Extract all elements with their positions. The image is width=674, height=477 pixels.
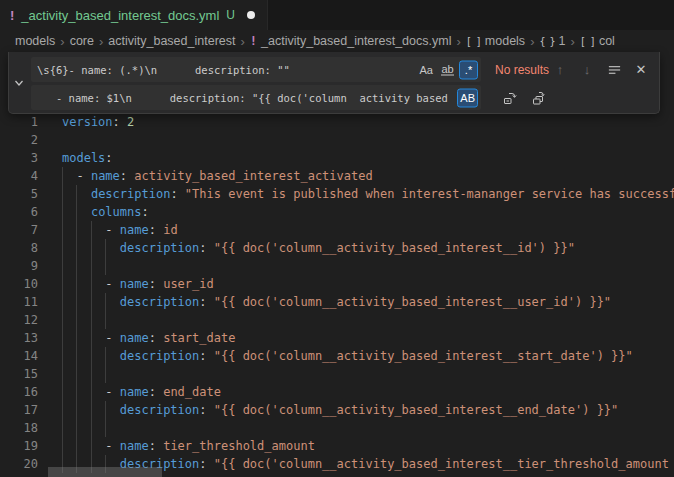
breadcrumb-item[interactable]: [ ]models	[466, 34, 525, 48]
code-text: description: "{{ doc('column__activity_b…	[62, 401, 618, 419]
code-line[interactable]: 18	[0, 419, 674, 437]
use-regex-button[interactable]: .*	[459, 60, 478, 79]
code-text: - name: user_id	[62, 275, 214, 293]
indent-guide	[105, 347, 106, 365]
indent-guide	[91, 383, 92, 401]
indent-guide	[76, 383, 77, 401]
indent-guide	[91, 419, 92, 437]
code-line[interactable]: 11 description: "{{ doc('column__activit…	[0, 293, 674, 311]
chevron-down-icon	[12, 76, 26, 90]
replace-options: AB	[457, 88, 478, 107]
tab-activity-based-interest-docs[interactable]: ! _activity_based_interest_docs.yml U	[0, 0, 268, 30]
code-text: - name: id	[62, 221, 178, 239]
breadcrumb-item[interactable]: { }1	[539, 34, 565, 48]
previous-match-button[interactable]: ↑	[551, 60, 569, 80]
find-in-selection-icon	[607, 62, 622, 77]
indent-guide	[76, 239, 77, 257]
match-case-button[interactable]: Aa	[417, 60, 436, 79]
code-text: description: "{{ doc('column__activity_b…	[62, 239, 575, 257]
code-text: - name: tier_threshold_amount	[62, 437, 315, 455]
code-text: description: "{{ doc('column__activity_b…	[62, 347, 633, 365]
code-text: - name: end_date	[62, 383, 221, 401]
indent-guide	[91, 275, 92, 293]
line-number: 7	[0, 221, 38, 239]
breadcrumb-item[interactable]: [ ]col	[580, 34, 615, 48]
replace-action-buttons	[501, 85, 548, 110]
indent-guide	[91, 437, 92, 455]
find-replace-widget: Aa ab .* No results ↑ ↓ ✕	[8, 52, 660, 114]
code-line[interactable]: 5 description: "This event is published …	[0, 185, 674, 203]
code-line[interactable]: 15	[0, 365, 674, 383]
indent-guide	[91, 257, 92, 275]
indent-guide	[91, 293, 92, 311]
find-nav-buttons: ↑ ↓ ✕	[551, 57, 650, 82]
code-line[interactable]: 2	[0, 131, 674, 149]
line-number: 15	[0, 365, 38, 383]
line-number: 13	[0, 329, 38, 347]
horizontal-scrollbar-thumb[interactable]	[48, 467, 162, 477]
breadcrumb-label: core	[70, 34, 94, 48]
breadcrumb-item[interactable]: models	[15, 34, 55, 48]
code-line[interactable]: 17 description: "{{ doc('column__activit…	[0, 401, 674, 419]
breadcrumb-separator-icon: ›	[530, 34, 534, 49]
replace-input[interactable]	[31, 85, 481, 110]
code-line[interactable]: 12	[0, 311, 674, 329]
code-editor[interactable]: 1version: 223models:4 - name: activity_b…	[0, 52, 674, 477]
indent-guide	[105, 257, 106, 275]
indent-guide	[76, 257, 77, 275]
git-status-badge: U	[226, 8, 235, 22]
find-input[interactable]	[31, 57, 481, 82]
indent-guide	[62, 221, 63, 239]
breadcrumb-item[interactable]: !_activity_based_interest_docs.yml	[250, 34, 452, 48]
indent-guide	[91, 401, 92, 419]
line-number: 19	[0, 437, 38, 455]
indent-guide	[62, 419, 63, 437]
preserve-case-button[interactable]: AB	[457, 88, 478, 107]
indent-guide	[105, 365, 106, 383]
toggle-replace-button[interactable]	[9, 52, 29, 113]
breadcrumb-item[interactable]: core	[70, 34, 94, 48]
code-line[interactable]: 1version: 2	[0, 113, 674, 131]
indent-guide	[62, 401, 63, 419]
replace-all-button[interactable]	[530, 88, 548, 108]
breadcrumb-item[interactable]: activity_based_interest	[108, 34, 235, 48]
indent-guide	[91, 329, 92, 347]
find-in-selection-button[interactable]	[605, 60, 623, 80]
line-number: 8	[0, 239, 38, 257]
replace-button[interactable]	[501, 88, 519, 108]
code-line[interactable]: 14 description: "{{ doc('column__activit…	[0, 347, 674, 365]
line-number: 20	[0, 455, 38, 473]
indent-guide	[62, 329, 63, 347]
line-number: 12	[0, 311, 38, 329]
indent-guide	[76, 329, 77, 347]
modified-indicator-dot[interactable]	[247, 11, 255, 19]
line-number: 1	[0, 113, 38, 131]
code-line[interactable]: 4 - name: activity_based_interest_activa…	[0, 167, 674, 185]
breadcrumb-separator-icon: ›	[456, 34, 460, 49]
close-button[interactable]: ✕	[632, 60, 650, 80]
code-line[interactable]: 19 - name: tier_threshold_amount	[0, 437, 674, 455]
line-number: 16	[0, 383, 38, 401]
indent-guide	[76, 437, 77, 455]
code-line[interactable]: 10 - name: user_id	[0, 275, 674, 293]
code-line[interactable]: 16 - name: end_date	[0, 383, 674, 401]
whole-word-button[interactable]: ab	[438, 60, 457, 79]
code-line[interactable]: 6 columns:	[0, 203, 674, 221]
code-line[interactable]: 9	[0, 257, 674, 275]
symbol-array-icon: [ ]	[466, 36, 481, 47]
indent-guide	[76, 203, 77, 221]
code-line[interactable]: 3models:	[0, 149, 674, 167]
indent-guide	[76, 185, 77, 203]
breadcrumb-separator-icon: ›	[60, 34, 64, 49]
code-text: description: "{{ doc('column__activity_b…	[62, 293, 611, 311]
breadcrumb-label: 1	[559, 34, 566, 48]
next-match-button[interactable]: ↓	[578, 60, 596, 80]
indent-guide	[91, 311, 92, 329]
code-line[interactable]: 7 - name: id	[0, 221, 674, 239]
code-line[interactable]: 8 description: "{{ doc('column__activity…	[0, 239, 674, 257]
breadcrumb-label: col	[599, 34, 615, 48]
line-number: 9	[0, 257, 38, 275]
indent-guide	[76, 347, 77, 365]
code-line[interactable]: 13 - name: start_date	[0, 329, 674, 347]
indent-guide	[62, 203, 63, 221]
